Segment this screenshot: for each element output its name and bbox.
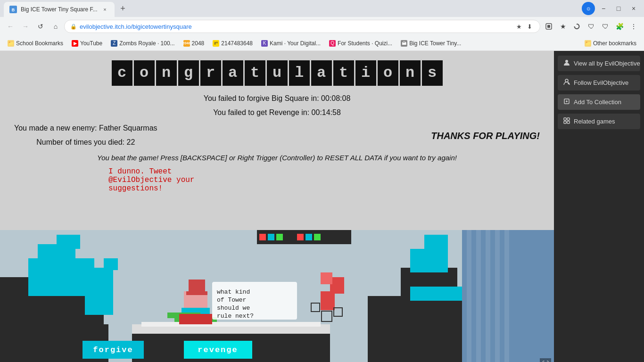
quizi-icon: Q [329,40,336,47]
puzzle-icon[interactable]: 🧩 [613,20,626,33]
follow-label: Follow EvilObjective [574,79,628,86]
shield2-icon[interactable]: 🛡 [599,20,612,33]
youtube-icon: ▶ [72,40,78,47]
deaths-label: Number of times you died: 22 [14,136,157,148]
svg-text:what kind: what kind [217,288,250,296]
svg-rect-13 [0,334,28,362]
add-collection-label: Add To Collection [574,99,621,106]
svg-rect-44 [410,287,462,301]
svg-rect-34 [321,291,335,310]
browser-toolbar-icons: ★ 🛡 🛡 🧩 ⋮ [542,20,640,33]
svg-text:⊙: ⊙ [586,6,590,11]
menu-button[interactable]: ⋮ [627,20,640,33]
svg-rect-16 [85,291,113,315]
follow-icon [563,79,570,87]
svg-rect-50 [495,230,500,362]
svg-text:of Tower: of Tower [217,296,246,304]
bookmark-quizi[interactable]: Q For Students · Quizi... [325,38,396,49]
other-bookmarks[interactable]: 📁 Other bookmarks [581,39,640,48]
active-tab[interactable]: B Big ICE Tower Tiny Square F... × [4,2,115,17]
svg-rect-47 [467,230,471,362]
secure-icon: 🔒 [70,24,77,30]
tab-close-button[interactable]: × [101,6,109,13]
other-folder-icon: 📁 [585,40,591,47]
game-area[interactable]: c o n g r a t u l a t i o n s You failed… [0,51,554,362]
person-icon [563,59,570,67]
star-icon[interactable]: ★ [514,22,524,31]
tweet-text: I dunno. Tweet @EvilObjective your sugge… [108,167,540,193]
svg-rect-10 [28,258,94,296]
svg-point-66 [565,79,568,82]
address-bar: ← → ↺ ⌂ 🔒 evilobjective.itch.io/bigiceto… [0,17,644,36]
address-right-icons: ★ ⬇ [514,22,534,31]
svg-rect-57 [305,234,312,240]
svg-rect-18 [104,258,118,270]
num-icon: 2^ [213,40,219,47]
svg-rect-24 [186,291,207,295]
extensions-icon[interactable] [542,20,555,33]
profile-button[interactable]: ⊙ [582,2,595,15]
forward-button[interactable]: → [19,20,32,33]
svg-rect-36 [321,272,332,284]
bookmark-kami[interactable]: K Kami · Your Digital... [257,38,324,49]
view-all-label: View all by EvilObjective [574,60,640,67]
zombs-icon: Z [111,40,117,47]
collection-icon [563,98,570,106]
bookmark-bigice[interactable]: 🏔 Big ICE Tower Tiny... [397,38,465,49]
svg-rect-68 [564,118,566,120]
game-scene-svg: what kind of Tower should we rule next? [0,230,554,362]
maximize-button[interactable]: □ [612,2,625,15]
sync-icon[interactable] [570,20,584,33]
back-button[interactable]: ← [4,20,17,33]
svg-point-65 [565,60,568,63]
right-sidebar: View all by EvilObjective Follow EvilObj… [554,51,644,362]
svg-rect-69 [567,118,570,120]
stat1-text: You failed to forgive Big Square in: 00:… [14,92,540,105]
bookmark-youtube[interactable]: ▶ YouTube [68,38,106,49]
svg-text:forgive: forgive [93,346,133,354]
related-games-button[interactable]: Related games [558,114,640,129]
folder-icon: 📁 [8,40,14,47]
svg-rect-48 [476,230,481,362]
svg-rect-5 [547,25,550,28]
tab-bar: B Big ICE Tower Tiny Square F... × + ⊙ −… [0,0,644,17]
tweet-area: I dunno. Tweet @EvilObjective your sugge… [14,167,540,193]
svg-rect-54 [268,234,274,240]
bookmark-icon[interactable]: ★ [556,20,570,33]
svg-rect-58 [314,234,321,240]
enemy-row: You made a new enemy: Father Squarmas Nu… [14,122,540,150]
congrats-area: c o n g r a t u l a t i o n s You failed… [0,51,554,230]
close-window-button[interactable]: × [627,2,640,15]
add-collection-button[interactable]: Add To Collection [558,94,640,110]
bookmark-num[interactable]: 2^ 2147483648 [209,38,256,49]
svg-text:revenge: revenge [198,346,238,354]
url-bar[interactable]: 🔒 evilobjective.itch.io/bigicetowertinys… [64,20,540,33]
bookmark-zombs[interactable]: Z Zombs Royale · 100... [107,38,178,49]
2048-icon: 2048 [183,40,190,47]
shield-icon[interactable]: 🛡 [585,20,598,33]
follow-button[interactable]: Follow EvilObjective [558,75,640,90]
svg-rect-17 [94,268,113,294]
bookmark-school[interactable]: 📁 School Bookmarks [4,38,67,49]
svg-text:B: B [12,8,15,12]
home-button[interactable]: ⌂ [49,20,62,33]
bookmark-num-label: 2147483648 [221,40,253,47]
svg-rect-56 [297,234,304,240]
reload-button[interactable]: ↺ [34,20,47,33]
download-icon[interactable]: ⬇ [525,22,534,31]
related-games-icon [563,117,570,125]
new-tab-button[interactable]: + [116,2,130,15]
svg-rect-49 [486,230,490,362]
bookmarks-bar: 📁 School Bookmarks ▶ YouTube Z Zombs Roy… [0,36,644,51]
svg-text:⛶: ⛶ [542,360,549,362]
svg-rect-28 [179,314,212,324]
bookmark-bigice-label: Big ICE Tower Tiny... [409,40,461,47]
url-text: evilobjective.itch.io/bigicetowertinysqu… [80,23,512,30]
bookmark-2048[interactable]: 2048 2048 [180,38,208,49]
tab-title: Big ICE Tower Tiny Square F... [21,6,98,13]
svg-rect-53 [259,234,266,240]
pixel-game-visual: what kind of Tower should we rule next? [0,230,554,362]
minimize-button[interactable]: − [597,2,610,15]
view-all-button[interactable]: View all by EvilObjective [558,56,640,71]
window-controls: ⊙ − □ × [582,2,640,15]
